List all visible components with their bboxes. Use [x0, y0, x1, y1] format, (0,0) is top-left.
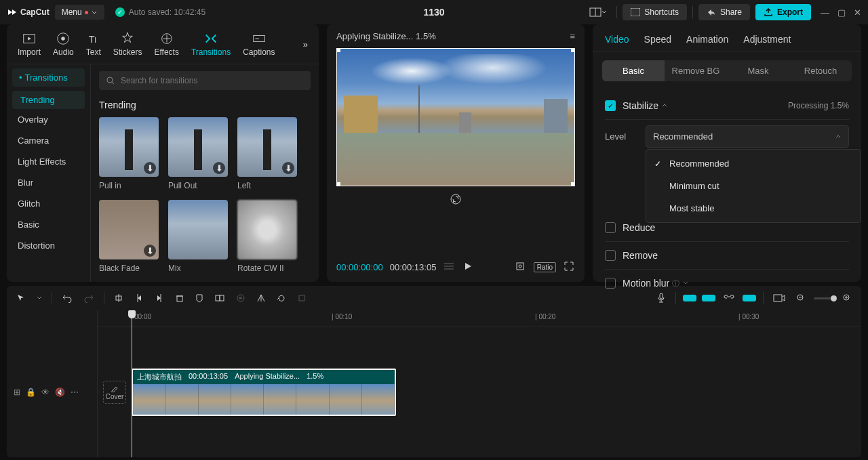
- topbar-right: Shortcuts Share Export — ▢ ✕: [585, 4, 861, 20]
- cover-button[interactable]: Cover: [103, 381, 126, 404]
- trim-left-tool[interactable]: [132, 291, 146, 306]
- delete-tool[interactable]: [172, 291, 187, 306]
- transition-item[interactable]: ⬇Left: [237, 117, 297, 190]
- crop-tool[interactable]: [294, 291, 309, 306]
- close-button[interactable]: ✕: [854, 7, 861, 18]
- tab-adjustment[interactable]: Adjustment: [743, 34, 791, 45]
- refresh-icon[interactable]: [327, 193, 585, 207]
- trim-right-tool[interactable]: [152, 291, 167, 306]
- search-field[interactable]: [121, 76, 304, 85]
- track-add-icon[interactable]: ⊞: [14, 388, 20, 397]
- split-tool[interactable]: [111, 291, 126, 306]
- transition-item[interactable]: Rotate CW II: [237, 200, 297, 273]
- download-icon[interactable]: ⬇: [144, 245, 156, 257]
- redo-button[interactable]: [81, 291, 97, 306]
- remove-label: Remove: [623, 250, 658, 261]
- playhead[interactable]: [132, 310, 132, 457]
- play-button[interactable]: [462, 260, 474, 274]
- tab-animation[interactable]: Animation: [686, 34, 728, 45]
- zoom-slider[interactable]: [814, 297, 834, 299]
- sidebar-item-distortion[interactable]: Distortion: [7, 235, 90, 256]
- tab-effects[interactable]: Effects: [151, 30, 181, 58]
- share-button[interactable]: Share: [698, 4, 750, 20]
- info-icon[interactable]: ⓘ: [672, 278, 679, 289]
- motionblur-checkbox[interactable]: [605, 278, 616, 289]
- tab-audio[interactable]: Audio: [50, 30, 77, 58]
- timeline-tracks[interactable]: 00:00 | 00:10 | 00:20 | 00:30 Cover 上海城市…: [98, 310, 861, 457]
- remove-checkbox[interactable]: [605, 250, 616, 261]
- search-input[interactable]: [99, 71, 311, 90]
- tab-text[interactable]: TIText: [83, 30, 104, 58]
- sidebar-item-camera[interactable]: Camera: [7, 130, 90, 151]
- tab-transitions[interactable]: Transitions: [189, 30, 233, 58]
- crop-icon[interactable]: [513, 259, 527, 275]
- reduce-checkbox[interactable]: [605, 222, 616, 233]
- mirror-tool[interactable]: [254, 291, 269, 306]
- shortcuts-button[interactable]: Shortcuts: [623, 4, 687, 20]
- tab-video[interactable]: Video: [605, 34, 629, 45]
- sidebar-item-basic[interactable]: Basic: [7, 214, 90, 235]
- app-logo: CapCut: [7, 7, 50, 18]
- sidebar-item-glitch[interactable]: Glitch: [7, 193, 90, 214]
- level-option-moststable[interactable]: Most stable: [646, 197, 861, 219]
- preview-viewport[interactable]: [336, 48, 575, 186]
- transition-item[interactable]: ⬇Pull in: [99, 117, 159, 190]
- menu-button[interactable]: Menu: [55, 5, 104, 20]
- download-icon[interactable]: ⬇: [213, 162, 225, 174]
- subtab-basic[interactable]: Basic: [602, 60, 665, 81]
- subtab-retouch[interactable]: Retouch: [789, 60, 852, 81]
- pointer-dropdown[interactable]: [34, 293, 45, 304]
- record-tool[interactable]: [233, 291, 248, 306]
- resize-handle[interactable]: [571, 182, 575, 186]
- subtab-mask[interactable]: Mask: [727, 60, 789, 81]
- chevron-down-icon[interactable]: [682, 280, 689, 287]
- sidebar-item-overlay[interactable]: Overlay: [7, 109, 90, 130]
- tab-speed[interactable]: Speed: [644, 34, 671, 45]
- transition-item[interactable]: Mix: [168, 200, 228, 273]
- download-icon[interactable]: ⬇: [144, 162, 156, 174]
- pointer-tool[interactable]: [14, 291, 28, 306]
- timeline-ruler[interactable]: 00:00 | 00:10 | 00:20 | 00:30: [98, 310, 861, 327]
- track-mute-icon[interactable]: 🔇: [55, 388, 65, 397]
- track-more-icon[interactable]: ⋯: [71, 388, 79, 397]
- track-lock-icon[interactable]: 🔒: [26, 388, 36, 397]
- subtab-removebg[interactable]: Remove BG: [665, 60, 727, 81]
- minimize-button[interactable]: —: [821, 7, 829, 18]
- sidebar-header[interactable]: • Transitions: [12, 68, 85, 87]
- undo-button[interactable]: [59, 291, 75, 306]
- level-option-minimum[interactable]: Minimum cut: [646, 175, 861, 197]
- app-name: CapCut: [20, 7, 50, 17]
- track-eye-icon[interactable]: 👁: [41, 388, 50, 397]
- duplicate-tool[interactable]: [212, 291, 228, 306]
- resize-handle[interactable]: [336, 182, 340, 186]
- transition-item[interactable]: ⬇Pull Out: [168, 117, 228, 190]
- collapse-icon[interactable]: [661, 102, 668, 109]
- tab-stickers[interactable]: Stickers: [111, 30, 145, 58]
- list-icon[interactable]: [443, 261, 455, 274]
- download-icon[interactable]: ⬇: [282, 162, 294, 174]
- stabilize-checkbox[interactable]: ✓: [605, 100, 616, 111]
- preview-menu-icon[interactable]: ≡: [570, 31, 575, 41]
- maximize-button[interactable]: ▢: [837, 7, 846, 18]
- resize-handle[interactable]: [571, 48, 575, 52]
- resize-handle[interactable]: [336, 48, 340, 52]
- sidebar-item-blur[interactable]: Blur: [7, 172, 90, 193]
- fullscreen-icon[interactable]: [563, 260, 575, 274]
- timeline-clip[interactable]: 上海城市航拍 00:00:13:05 Applying Stabilize...…: [132, 369, 396, 416]
- sidebar-item-lighteffects[interactable]: Light Effects: [7, 151, 90, 172]
- level-select[interactable]: Recommended: [646, 125, 849, 148]
- sidebar-item-trending[interactable]: Trending: [12, 91, 85, 109]
- rotate-tool[interactable]: [274, 291, 289, 306]
- ratio-button[interactable]: Ratio: [534, 262, 556, 272]
- layout-icon[interactable]: [585, 5, 611, 20]
- tab-import[interactable]: Import: [15, 30, 43, 58]
- level-label: Level: [605, 131, 646, 142]
- preview-controls: 00:00:00:00 00:00:13:05 Ratio: [327, 253, 585, 282]
- tabs-more-icon[interactable]: »: [300, 37, 311, 52]
- level-option-recommended[interactable]: ✓Recommended: [646, 152, 861, 175]
- marker-tool[interactable]: [193, 291, 206, 306]
- export-button[interactable]: Export: [755, 4, 811, 20]
- remove-row: Remove: [605, 242, 849, 270]
- tab-captions[interactable]: Captions: [240, 30, 277, 58]
- transition-item[interactable]: ⬇Black Fade: [99, 200, 159, 273]
